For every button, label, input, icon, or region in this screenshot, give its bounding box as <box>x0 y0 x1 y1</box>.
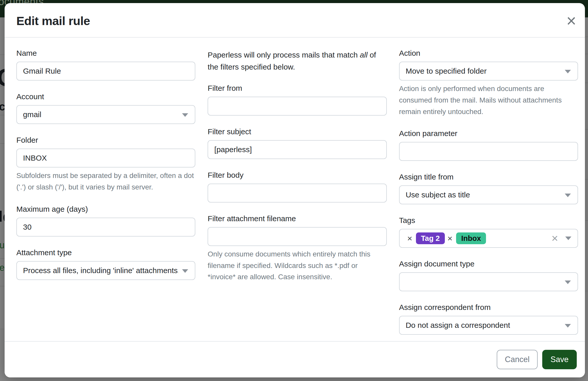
account-select[interactable]: gmail <box>16 105 195 124</box>
filter-subject-label: Filter subject <box>208 127 387 136</box>
filter-body-field: Filter body <box>208 171 387 203</box>
tag-chip[interactable]: Inbox <box>456 232 486 244</box>
divider-line <box>584 291 588 291</box>
dialog-header: Edit mail rule × <box>5 3 585 38</box>
cancel-button[interactable]: Cancel <box>497 350 538 369</box>
action-parameter-field: Action parameter <box>399 129 578 161</box>
name-input[interactable] <box>16 62 195 81</box>
tags-select[interactable]: × Tag 2 × Inbox × <box>399 229 578 248</box>
divider-line <box>0 54 5 55</box>
assign-correspondent-select[interactable]: Do not assign a correspondent <box>399 316 578 335</box>
column-general: Name Account gmail Folder Subfolders mus… <box>16 49 195 346</box>
divider-line <box>0 286 5 286</box>
attachment-type-select[interactable]: Process all files, including 'inline' at… <box>16 261 195 280</box>
filter-attachment-help-text: Only consume documents which entirely ma… <box>208 249 387 283</box>
filter-attachment-field: Filter attachment filename Only consume … <box>208 214 387 283</box>
attachment-type-label: Attachment type <box>16 248 195 257</box>
edit-mail-rule-dialog: Edit mail rule × Name Account gmail Fold… <box>5 3 585 377</box>
column-actions: Action Move to specified folder Action i… <box>399 49 578 346</box>
filter-from-input[interactable] <box>208 97 387 116</box>
filter-body-input[interactable] <box>208 184 387 203</box>
tag-chip[interactable]: Tag 2 <box>416 232 445 244</box>
folder-field: Folder Subfolders must be separated by a… <box>16 136 195 193</box>
filter-body-label: Filter body <box>208 171 387 180</box>
chevron-down-icon <box>565 70 571 73</box>
remove-tag-icon[interactable]: × <box>407 234 412 243</box>
column-filters: Paperless will only process mails that m… <box>208 49 387 346</box>
dialog-body: Name Account gmail Folder Subfolders mus… <box>5 38 585 346</box>
max-age-field: Maximum age (days) <box>16 205 195 237</box>
assign-title-select[interactable]: Use subject as title <box>399 185 578 204</box>
name-label: Name <box>16 49 195 58</box>
assign-correspondent-label: Assign correspondent from <box>399 303 578 312</box>
dialog-title: Edit mail rule <box>16 14 577 28</box>
assign-doctype-field: Assign document type <box>399 260 578 291</box>
assign-title-select-value: Use subject as title <box>406 190 470 199</box>
dialog-footer: Cancel Save <box>5 341 585 377</box>
divider-line <box>584 37 588 37</box>
account-field: Account gmail <box>16 92 195 124</box>
assign-title-field: Assign title from Use subject as title <box>399 173 578 204</box>
backdrop-text-fragment: u <box>0 240 5 251</box>
action-label: Action <box>399 49 578 58</box>
divider-line <box>584 220 588 221</box>
account-label: Account <box>16 92 195 101</box>
filter-from-field: Filter from <box>208 84 387 116</box>
folder-label: Folder <box>16 136 195 144</box>
divider-line <box>0 143 5 144</box>
folder-help-text: Subfolders must be separated by a delimi… <box>16 170 195 193</box>
action-help-text: Action is only performed when documents … <box>399 83 578 117</box>
remove-tag-icon[interactable]: × <box>447 234 453 243</box>
filter-attachment-input[interactable] <box>208 227 387 246</box>
backdrop-text-fragment: e <box>0 262 5 273</box>
divider-line <box>0 115 5 115</box>
chevron-down-icon <box>182 113 188 117</box>
chevron-down-icon <box>565 324 571 328</box>
assign-correspondent-field: Assign correspondent from Do not assign … <box>399 303 578 335</box>
divider-line <box>0 329 5 329</box>
tags-field: Tags × Tag 2 × Inbox × <box>399 216 578 248</box>
name-field: Name <box>16 49 195 81</box>
assign-title-label: Assign title from <box>399 173 578 181</box>
divider-line <box>584 83 588 83</box>
save-button[interactable]: Save <box>542 350 577 369</box>
folder-input[interactable] <box>16 149 195 167</box>
assign-doctype-select[interactable] <box>399 272 578 291</box>
attachment-type-field: Attachment type Process all files, inclu… <box>16 248 195 280</box>
filter-from-label: Filter from <box>208 84 387 93</box>
assign-correspondent-select-value: Do not assign a correspondent <box>406 321 510 330</box>
max-age-label: Maximum age (days) <box>16 205 195 214</box>
filter-subject-input[interactable] <box>208 140 387 159</box>
chevron-down-icon <box>565 237 571 240</box>
filter-attachment-label: Filter attachment filename <box>208 214 387 223</box>
close-icon[interactable]: × <box>566 12 576 29</box>
chevron-down-icon <box>565 281 571 284</box>
action-select[interactable]: Move to specified folder <box>399 62 578 81</box>
divider-line <box>0 86 5 87</box>
action-field: Action Move to specified folder Action i… <box>399 49 578 117</box>
action-parameter-label: Action parameter <box>399 129 578 138</box>
filters-intro-text: Paperless will only process mails that m… <box>208 49 387 73</box>
chevron-down-icon <box>565 194 571 197</box>
max-age-input[interactable] <box>16 218 195 237</box>
chevron-down-icon <box>182 269 188 273</box>
assign-doctype-label: Assign document type <box>399 260 578 268</box>
action-select-value: Move to specified folder <box>406 67 487 75</box>
divider-line <box>584 54 588 54</box>
action-parameter-input[interactable] <box>399 142 578 161</box>
tags-label: Tags <box>399 216 578 225</box>
attachment-type-select-value: Process all files, including 'inline' at… <box>23 266 178 275</box>
filter-subject-field: Filter subject <box>208 127 387 159</box>
divider-line <box>0 258 5 259</box>
account-select-value: gmail <box>23 110 41 119</box>
divider-line <box>584 129 588 130</box>
divider-line <box>584 179 588 180</box>
clear-icon[interactable]: × <box>551 233 558 244</box>
